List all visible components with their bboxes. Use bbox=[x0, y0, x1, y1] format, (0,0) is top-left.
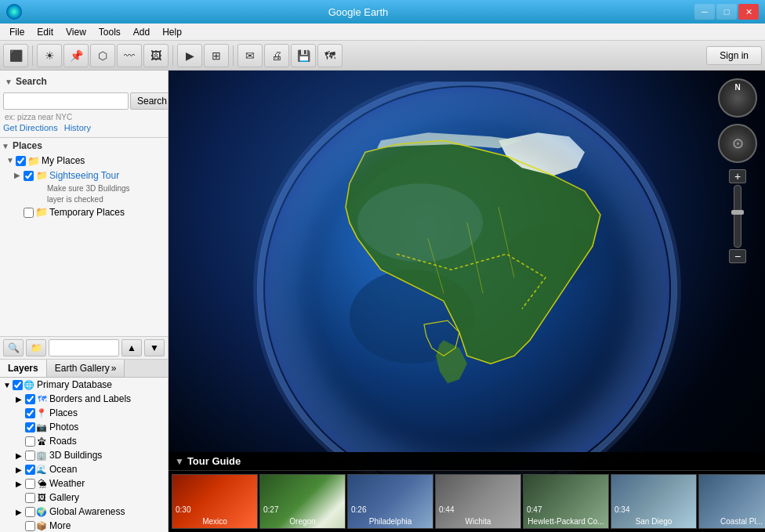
global-awareness-item: ▶ 🌍 Global Awareness bbox=[13, 505, 168, 519]
zoom-slider-thumb[interactable] bbox=[731, 210, 744, 215]
search-section-header[interactable]: ▼ Search bbox=[3, 74, 165, 89]
borders-labels-item: ▶ 🗺 Borders and Labels bbox=[13, 392, 168, 406]
add-overlay-button[interactable]: 🖼 bbox=[143, 44, 169, 67]
tour-thumb-sandiego[interactable]: 0:34 San Diego bbox=[611, 474, 697, 529]
menu-tools[interactable]: Tools bbox=[92, 25, 127, 39]
minimize-button[interactable]: ─ bbox=[694, 4, 715, 20]
print-button[interactable]: 🖨 bbox=[264, 44, 289, 67]
more-label: More bbox=[49, 520, 71, 531]
weather-expand[interactable]: ▶ bbox=[16, 480, 25, 488]
3d-buildings-icon: 🏢 bbox=[35, 449, 48, 461]
nav-up-button[interactable]: ▲ bbox=[121, 339, 142, 356]
menu-view[interactable]: View bbox=[60, 25, 92, 39]
oregon-label: Oregon bbox=[260, 517, 345, 526]
tour-thumb-philadelphia[interactable]: 0:26 Philadelphia bbox=[347, 474, 433, 529]
menu-help[interactable]: Help bbox=[156, 25, 188, 39]
ocean-icon: 🌊 bbox=[35, 463, 48, 476]
tour-thumb-wichita[interactable]: 0:44 Wichita bbox=[435, 474, 521, 529]
borders-expand[interactable]: ▶ bbox=[16, 395, 25, 404]
borders-label: Borders and Labels bbox=[49, 393, 131, 404]
3d-buildings-checkbox[interactable] bbox=[25, 451, 35, 461]
roads-checkbox[interactable] bbox=[25, 436, 35, 447]
my-places-expand[interactable]: ▼ bbox=[6, 156, 16, 165]
toolbar-separator-2 bbox=[172, 45, 173, 66]
google-maps-button[interactable]: 🗺 bbox=[317, 44, 343, 67]
tour-thumb-oregon[interactable]: 0:27 Oregon bbox=[259, 474, 346, 529]
map-view-button[interactable]: ⬛ bbox=[3, 44, 28, 67]
maximize-button[interactable]: □ bbox=[716, 4, 737, 20]
oregon-time: 0:27 bbox=[263, 505, 278, 514]
sightseeing-checkbox[interactable] bbox=[24, 171, 34, 181]
tilt-control[interactable]: ⊙ bbox=[718, 124, 757, 163]
borders-checkbox[interactable] bbox=[25, 394, 35, 404]
map-area[interactable]: N ⊙ + − Imagery ©2013 NASA, NOAA, GeoEye… bbox=[169, 71, 765, 532]
places-layer-checkbox[interactable] bbox=[25, 408, 35, 418]
sightseeing-expand[interactable]: ▶ bbox=[14, 171, 24, 179]
show-sunlight-button[interactable]: ☀ bbox=[37, 44, 62, 67]
temporary-places-checkbox[interactable] bbox=[24, 208, 34, 218]
menu-add[interactable]: Add bbox=[127, 25, 156, 39]
tour-guide-header[interactable]: ▼ Tour Guide bbox=[169, 452, 765, 471]
roads-label: Roads bbox=[49, 436, 77, 447]
more-icon: 📦 bbox=[35, 519, 48, 532]
zoom-slider[interactable] bbox=[734, 185, 741, 248]
save-image-button[interactable]: 💾 bbox=[291, 44, 316, 67]
path-input[interactable] bbox=[49, 339, 119, 356]
history-link[interactable]: History bbox=[64, 123, 91, 132]
photos-checkbox[interactable] bbox=[25, 422, 35, 432]
folder-small-button[interactable]: 📁 bbox=[26, 339, 46, 356]
ocean-checkbox[interactable] bbox=[25, 465, 35, 475]
record-tour-button[interactable]: ▶ bbox=[177, 44, 202, 67]
primary-db-checkbox[interactable] bbox=[13, 380, 23, 390]
places-section: ▼ Places ▼ 📁 My Places ▶ 📁 Sightseeing T… bbox=[0, 138, 168, 337]
mexico-label: Mexico bbox=[172, 517, 257, 526]
search-links: Get Directions History bbox=[3, 121, 165, 134]
menu-edit[interactable]: Edit bbox=[31, 25, 60, 39]
app-title: Google Earth bbox=[22, 6, 694, 18]
tour-thumb-mexico[interactable]: 0:30 Mexico bbox=[172, 474, 258, 529]
zoom-out-button[interactable]: − bbox=[729, 249, 746, 263]
places-section-header[interactable]: ▼ Places bbox=[0, 138, 168, 154]
my-places-checkbox[interactable] bbox=[16, 156, 26, 166]
gallery-checkbox[interactable] bbox=[25, 493, 35, 503]
ocean-expand[interactable]: ▶ bbox=[16, 465, 25, 474]
coastal-label: Coastal Pl... bbox=[699, 517, 765, 526]
sightseeing-tour-item: ▶ 📁 Sightseeing Tour bbox=[11, 168, 168, 183]
philadelphia-label: Philadelphia bbox=[348, 517, 433, 526]
sign-in-button[interactable]: Sign in bbox=[706, 46, 762, 65]
email-button[interactable]: ✉ bbox=[237, 44, 263, 67]
earth-gallery-arrow-icon: » bbox=[111, 363, 117, 374]
search-input[interactable] bbox=[3, 92, 129, 110]
more-layer-item: 📦 More bbox=[13, 519, 168, 532]
add-path-button[interactable]: 〰 bbox=[117, 44, 142, 67]
nav-down-button[interactable]: ▼ bbox=[144, 339, 165, 356]
places-layer-label: Places bbox=[49, 407, 78, 418]
global-awareness-checkbox[interactable] bbox=[25, 507, 35, 517]
more-checkbox[interactable] bbox=[25, 521, 35, 531]
sightseeing-label[interactable]: Sightseeing Tour bbox=[49, 169, 119, 183]
wichita-label: Wichita bbox=[436, 517, 520, 526]
primary-db-expand[interactable]: ▼ bbox=[3, 381, 13, 389]
search-section: ▼ Search Search ex: pizza near NYC Get D… bbox=[0, 71, 168, 138]
search-small-button[interactable]: 🔍 bbox=[3, 339, 24, 356]
menu-file[interactable]: File bbox=[3, 25, 31, 39]
places-layer-item: 📍 Places bbox=[13, 406, 168, 420]
tour-thumb-coastal[interactable]: Coastal Pl... bbox=[698, 474, 765, 529]
show-sidebar-button[interactable]: ⊞ bbox=[204, 44, 229, 67]
add-placemark-button[interactable]: 📌 bbox=[63, 44, 89, 67]
add-polygon-button[interactable]: ⬡ bbox=[90, 44, 115, 67]
hewlett-label: Hewlett-Packard Co... bbox=[524, 517, 608, 526]
3d-buildings-expand[interactable]: ▶ bbox=[16, 451, 25, 460]
gallery-icon: 🖼 bbox=[35, 491, 48, 504]
earth-gallery-tab[interactable]: Earth Gallery » bbox=[47, 360, 125, 377]
layers-tab[interactable]: Layers bbox=[0, 360, 47, 377]
zoom-in-button[interactable]: + bbox=[729, 169, 746, 183]
global-expand[interactable]: ▶ bbox=[16, 508, 25, 516]
tour-hint-line1: Make sure 3D Buildings bbox=[47, 183, 168, 194]
get-directions-link[interactable]: Get Directions bbox=[3, 123, 58, 132]
tour-thumb-hewlett[interactable]: 0:47 Hewlett-Packard Co... bbox=[523, 474, 609, 529]
weather-checkbox[interactable] bbox=[25, 479, 35, 489]
compass-ring[interactable]: N bbox=[718, 78, 757, 118]
search-button[interactable]: Search bbox=[130, 92, 169, 110]
close-button[interactable]: ✕ bbox=[738, 4, 759, 20]
